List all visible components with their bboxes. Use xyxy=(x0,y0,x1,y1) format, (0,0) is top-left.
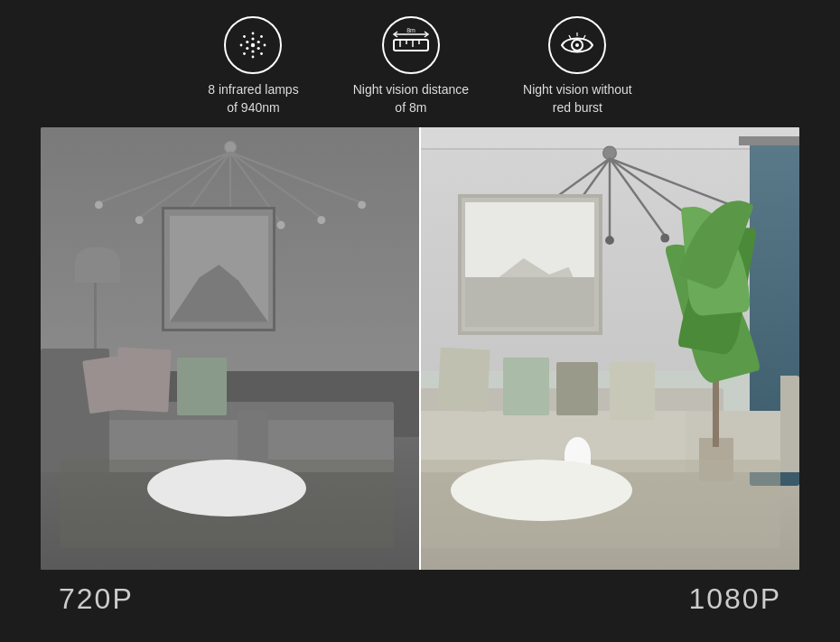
feature-no-burst: Night vision without red burst xyxy=(523,16,632,116)
svg-point-51 xyxy=(605,236,614,245)
frame-mountain-left xyxy=(170,258,268,322)
sofa-cushion2-left xyxy=(177,358,227,415)
feature-distance: 8m Night vision distance of 8m xyxy=(353,16,469,116)
svg-point-5 xyxy=(247,47,249,50)
frame-foreground xyxy=(465,277,594,327)
sofa-cushion1-left xyxy=(115,348,171,413)
svg-point-8 xyxy=(261,35,264,38)
svg-point-7 xyxy=(252,33,255,35)
features-row: 8 infrared lamps of 940nm xyxy=(0,0,840,127)
svg-point-11 xyxy=(252,56,255,59)
coffee-table-left xyxy=(147,460,306,517)
coffee-table-right xyxy=(451,460,633,522)
feature-infrared: 8 infrared lamps of 940nm xyxy=(208,16,298,116)
frame-inner-right xyxy=(465,202,594,326)
svg-point-27 xyxy=(224,142,236,154)
svg-rect-15 xyxy=(394,40,428,51)
svg-point-1 xyxy=(252,37,255,40)
no-burst-label: Night vision without red burst xyxy=(523,81,632,116)
sofa-chaise-side xyxy=(780,376,799,473)
color-vision-right xyxy=(420,127,799,570)
eye-icon xyxy=(557,25,597,65)
eye-icon-circle xyxy=(548,16,606,74)
cushion-right2 xyxy=(503,358,548,415)
svg-point-0 xyxy=(251,43,255,47)
svg-point-23 xyxy=(575,43,579,47)
svg-point-3 xyxy=(257,47,260,50)
svg-point-52 xyxy=(660,234,669,243)
scene-left xyxy=(41,127,420,570)
svg-point-42 xyxy=(603,146,617,160)
infrared-icon xyxy=(235,27,271,63)
svg-point-10 xyxy=(261,52,264,55)
svg-line-26 xyxy=(583,35,585,39)
night-vision-left xyxy=(41,127,420,570)
svg-line-33 xyxy=(230,153,362,203)
cushion-right1 xyxy=(437,348,490,412)
scene-right xyxy=(420,127,799,570)
svg-point-41 xyxy=(95,201,103,209)
page-wrapper: 8 infrared lamps of 940nm xyxy=(0,0,840,642)
svg-point-2 xyxy=(257,41,260,43)
svg-point-13 xyxy=(240,44,243,47)
svg-point-12 xyxy=(244,52,247,55)
curtain-rod xyxy=(739,136,799,145)
divider-line xyxy=(419,127,421,570)
svg-text:8m: 8m xyxy=(406,27,415,33)
infrared-icon-circle xyxy=(224,16,282,74)
lamp-shade-left xyxy=(75,247,120,283)
svg-point-40 xyxy=(358,201,366,209)
svg-point-6 xyxy=(247,41,249,43)
resolution-left: 720P xyxy=(59,582,134,616)
svg-point-38 xyxy=(277,221,285,229)
distance-icon: 8m xyxy=(391,27,431,63)
comparison-image xyxy=(41,127,799,570)
svg-point-4 xyxy=(252,50,255,52)
plant-container-right xyxy=(682,194,751,482)
distance-icon-circle: 8m xyxy=(382,16,440,74)
svg-point-14 xyxy=(244,35,247,38)
resolution-labels: 720P 1080P xyxy=(41,570,799,628)
cushion-right3 xyxy=(556,362,598,415)
frame-inner-left xyxy=(170,216,268,322)
resolution-right: 1080P xyxy=(688,582,781,616)
infrared-label: 8 infrared lamps of 940nm xyxy=(208,81,298,116)
svg-line-24 xyxy=(569,35,571,39)
svg-point-35 xyxy=(135,216,144,224)
svg-point-9 xyxy=(264,44,266,47)
svg-line-34 xyxy=(98,153,230,203)
distance-label: Night vision distance of 8m xyxy=(353,81,469,116)
svg-point-39 xyxy=(317,216,325,224)
cushion-right4 xyxy=(610,362,655,420)
